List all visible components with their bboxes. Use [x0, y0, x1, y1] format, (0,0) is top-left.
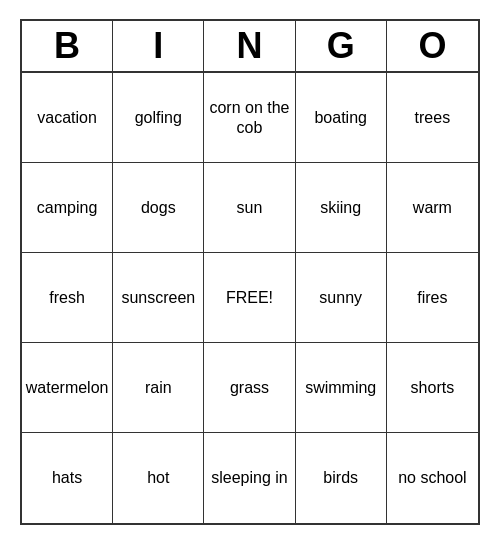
bingo-cell-21: hot	[113, 433, 204, 523]
bingo-cell-17: grass	[204, 343, 295, 433]
bingo-header: BINGO	[22, 21, 478, 73]
bingo-cell-16: rain	[113, 343, 204, 433]
bingo-cell-4: trees	[387, 73, 478, 163]
cell-text-3: boating	[314, 108, 367, 127]
cell-text-19: shorts	[411, 378, 455, 397]
cell-text-21: hot	[147, 468, 169, 487]
bingo-cell-5: camping	[22, 163, 113, 253]
cell-text-5: camping	[37, 198, 97, 217]
cell-text-4: trees	[415, 108, 451, 127]
cell-text-10: fresh	[49, 288, 85, 307]
bingo-cell-13: sunny	[296, 253, 387, 343]
cell-text-13: sunny	[319, 288, 362, 307]
header-letter-g: G	[296, 21, 387, 71]
cell-text-7: sun	[237, 198, 263, 217]
bingo-cell-2: corn on the cob	[204, 73, 295, 163]
cell-text-6: dogs	[141, 198, 176, 217]
cell-text-22: sleeping in	[211, 468, 288, 487]
cell-text-16: rain	[145, 378, 172, 397]
cell-text-14: fires	[417, 288, 447, 307]
cell-text-2: corn on the cob	[208, 98, 290, 136]
cell-text-11: sunscreen	[121, 288, 195, 307]
bingo-cell-9: warm	[387, 163, 478, 253]
cell-text-12: FREE!	[226, 288, 273, 307]
header-letter-n: N	[204, 21, 295, 71]
bingo-cell-18: swimming	[296, 343, 387, 433]
bingo-cell-12: FREE!	[204, 253, 295, 343]
cell-text-0: vacation	[37, 108, 97, 127]
bingo-cell-15: watermelon	[22, 343, 113, 433]
header-letter-b: B	[22, 21, 113, 71]
header-letter-o: O	[387, 21, 478, 71]
bingo-cell-22: sleeping in	[204, 433, 295, 523]
bingo-cell-11: sunscreen	[113, 253, 204, 343]
cell-text-24: no school	[398, 468, 467, 487]
bingo-cell-19: shorts	[387, 343, 478, 433]
cell-text-20: hats	[52, 468, 82, 487]
cell-text-9: warm	[413, 198, 452, 217]
bingo-cell-10: fresh	[22, 253, 113, 343]
bingo-cell-20: hats	[22, 433, 113, 523]
bingo-grid: vacationgolfingcorn on the cobboatingtre…	[22, 73, 478, 523]
bingo-cell-6: dogs	[113, 163, 204, 253]
cell-text-8: skiing	[320, 198, 361, 217]
bingo-cell-0: vacation	[22, 73, 113, 163]
bingo-cell-7: sun	[204, 163, 295, 253]
bingo-cell-1: golfing	[113, 73, 204, 163]
cell-text-23: birds	[323, 468, 358, 487]
bingo-card: BINGO vacationgolfingcorn on the cobboat…	[20, 19, 480, 525]
cell-text-15: watermelon	[26, 378, 109, 397]
cell-text-18: swimming	[305, 378, 376, 397]
bingo-cell-24: no school	[387, 433, 478, 523]
bingo-cell-8: skiing	[296, 163, 387, 253]
bingo-cell-23: birds	[296, 433, 387, 523]
bingo-cell-14: fires	[387, 253, 478, 343]
cell-text-17: grass	[230, 378, 269, 397]
cell-text-1: golfing	[135, 108, 182, 127]
header-letter-i: I	[113, 21, 204, 71]
bingo-cell-3: boating	[296, 73, 387, 163]
